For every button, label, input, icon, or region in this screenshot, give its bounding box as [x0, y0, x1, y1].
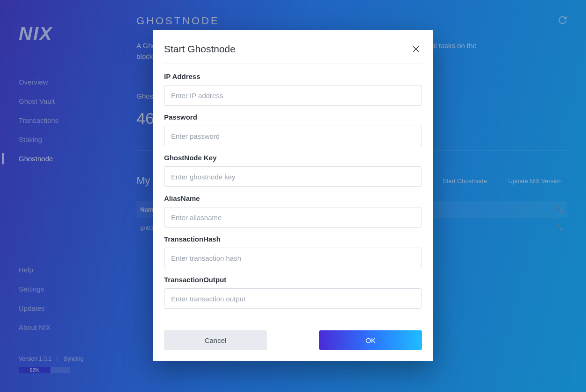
- input-ghostnode-key[interactable]: [164, 166, 422, 187]
- ok-button[interactable]: OK: [319, 330, 422, 350]
- field-txhash: TransactionHash: [164, 235, 422, 268]
- input-password[interactable]: [164, 126, 422, 146]
- label-ghostnode-key: GhostNode Key: [164, 154, 422, 162]
- field-alias: AliasName: [164, 194, 422, 228]
- input-alias[interactable]: [164, 207, 422, 228]
- field-password: Password: [164, 113, 422, 146]
- modal-header: Start Ghostnode: [164, 43, 422, 64]
- input-txhash[interactable]: [164, 248, 422, 268]
- modal-actions: Cancel OK: [164, 330, 422, 350]
- modal-title: Start Ghostnode: [164, 43, 236, 55]
- label-ip: IP Address: [164, 72, 422, 80]
- input-txout[interactable]: [164, 288, 422, 309]
- field-ghostnode-key: GhostNode Key: [164, 154, 422, 187]
- close-icon[interactable]: [410, 43, 422, 55]
- start-ghostnode-modal: Start Ghostnode IP Address Password Ghos…: [153, 30, 433, 361]
- label-password: Password: [164, 113, 422, 121]
- input-ip[interactable]: [164, 85, 422, 106]
- field-txout: TransactionOutput: [164, 276, 422, 309]
- cancel-button[interactable]: Cancel: [164, 330, 267, 350]
- label-txout: TransactionOutput: [164, 276, 422, 284]
- label-alias: AliasName: [164, 194, 422, 202]
- field-ip: IP Address: [164, 72, 422, 106]
- label-txhash: TransactionHash: [164, 235, 422, 243]
